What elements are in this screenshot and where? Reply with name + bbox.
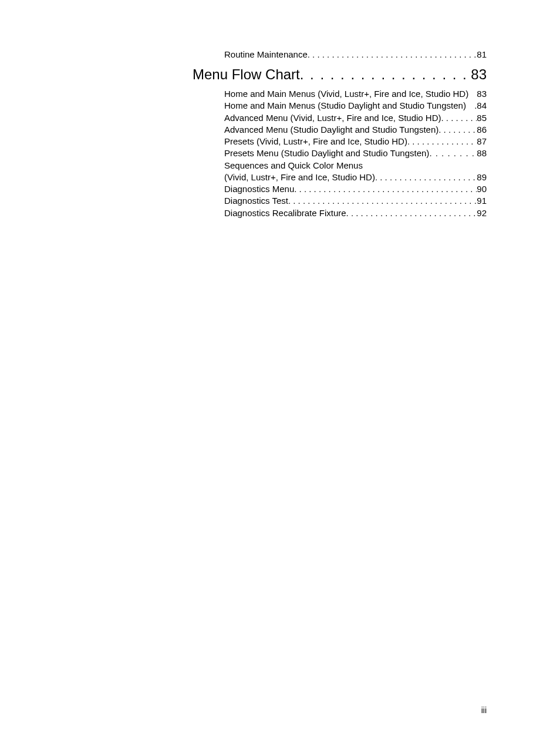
toc-page-number: 88 bbox=[477, 147, 487, 159]
toc-entry-wrap-line2: (Vivid, Lustr+, Fire and Ice, Studio HD)… bbox=[193, 172, 487, 183]
toc-label: (Vivid, Lustr+, Fire and Ice, Studio HD) bbox=[193, 172, 375, 183]
toc-page-number: 91 bbox=[477, 195, 487, 207]
toc-label: Diagnostics Test bbox=[193, 195, 288, 207]
toc-leader-dots bbox=[407, 136, 477, 147]
toc-label: Menu Flow Chart bbox=[193, 65, 300, 83]
toc-label: Home and Main Menus (Studio Daylight and… bbox=[193, 100, 466, 112]
toc-entry: Presets (Vivid, Lustr+, Fire and Ice, St… bbox=[193, 136, 487, 147]
toc-entry: Advanced Menu (Vivid, Lustr+, Fire and I… bbox=[193, 112, 487, 124]
toc-page-number: 83 bbox=[471, 65, 487, 83]
toc-chapter-menu-flow-chart: Menu Flow Chart 83 bbox=[193, 65, 487, 83]
toc-page-number: 90 bbox=[477, 183, 487, 195]
toc-content: Routine Maintenance 81 Menu Flow Chart 8… bbox=[0, 0, 560, 219]
toc-entry: Advanced Menu (Studio Daylight and Studi… bbox=[193, 124, 487, 136]
toc-leader-dots bbox=[441, 112, 477, 124]
toc-label: Sequences and Quick Color Menus bbox=[224, 160, 363, 170]
toc-label: Advanced Menu (Vivid, Lustr+, Fire and I… bbox=[193, 112, 441, 124]
toc-page-number: 92 bbox=[477, 207, 487, 219]
toc-page-number: 81 bbox=[477, 48, 487, 61]
toc-entry-wrap-line1: Sequences and Quick Color Menus bbox=[193, 160, 487, 172]
toc-leader-dots bbox=[294, 183, 477, 195]
toc-entry: Home and Main Menus (Studio Daylight and… bbox=[193, 100, 487, 112]
toc-page-number: 89 bbox=[477, 172, 487, 183]
toc-leader-dots bbox=[346, 207, 477, 219]
toc-leader-dots bbox=[429, 147, 477, 159]
page-footer-number: iii bbox=[481, 705, 487, 715]
toc-entry: Diagnostics Test 91 bbox=[193, 195, 487, 207]
toc-leader-dots bbox=[375, 172, 477, 183]
toc-entry-routine-maintenance: Routine Maintenance 81 bbox=[193, 48, 487, 61]
toc-leader-dots bbox=[300, 65, 471, 83]
toc-page-number: 83 bbox=[477, 88, 487, 100]
toc-entry: Presets Menu (Studio Daylight and Studio… bbox=[193, 147, 487, 159]
toc-label: Home and Main Menus (Vivid, Lustr+, Fire… bbox=[193, 88, 468, 100]
toc-label: Presets Menu (Studio Daylight and Studio… bbox=[193, 147, 429, 159]
toc-entry: Diagnostics Menu 90 bbox=[193, 183, 487, 195]
toc-page-number: 86 bbox=[477, 124, 487, 136]
toc-leader-dots bbox=[288, 195, 477, 207]
toc-label: Routine Maintenance bbox=[193, 48, 308, 61]
toc-leader-dots bbox=[438, 124, 477, 136]
toc-entry: Diagnostics Recalibrate Fixture 92 bbox=[193, 207, 487, 219]
toc-page-number: 87 bbox=[477, 136, 487, 147]
toc-page-number: .84 bbox=[474, 100, 487, 112]
toc-entry: Home and Main Menus (Vivid, Lustr+, Fire… bbox=[193, 88, 487, 100]
toc-label: Presets (Vivid, Lustr+, Fire and Ice, St… bbox=[193, 136, 407, 147]
toc-page-number: 85 bbox=[477, 112, 487, 124]
toc-leader-dots bbox=[308, 48, 477, 61]
toc-label: Advanced Menu (Studio Daylight and Studi… bbox=[193, 124, 438, 136]
toc-label: Diagnostics Recalibrate Fixture bbox=[193, 207, 346, 219]
toc-label: Diagnostics Menu bbox=[193, 183, 294, 195]
